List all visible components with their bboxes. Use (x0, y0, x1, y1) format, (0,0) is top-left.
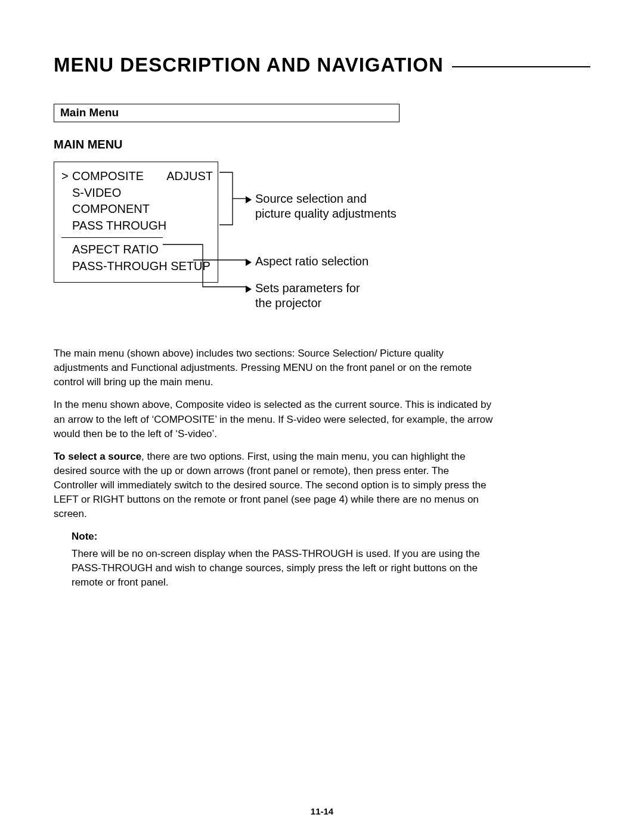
note-body: There will be no on-screen display when … (72, 547, 483, 590)
menu-row: S-VIDEO (61, 185, 213, 202)
menu-caret (61, 185, 72, 202)
bold-lead: To select a source (54, 451, 141, 462)
chapter-title: MENU DESCRIPTION AND NAVIGATION (54, 54, 444, 76)
menu-row: PASS THROUGH (61, 218, 213, 234)
paragraph: The main menu (shown above) includes two… (54, 346, 495, 389)
menu-row: ASPECT RATIO (61, 241, 213, 258)
chapter-rule (452, 66, 590, 67)
menu-item-composite: COMPOSITE (72, 168, 160, 185)
menu-caret (61, 218, 72, 234)
menu-item-component: COMPONENT (72, 201, 213, 218)
menu-item-passthrough-setup: PASS-THROUGH SETUP (72, 258, 213, 275)
arrow-icon (246, 259, 252, 266)
menu-row: PASS-THROUGH SETUP (61, 258, 213, 275)
callout-source-selection: Source selection and picture quality adj… (246, 191, 397, 221)
body-text: The main menu (shown above) includes two… (54, 346, 495, 590)
menu-item-adjust: ADJUST (160, 168, 213, 185)
menu-item-svideo: S-VIDEO (72, 185, 213, 202)
callout-parameters: Sets parameters for the projector (246, 281, 360, 311)
menu-divider (61, 237, 163, 238)
paragraph: In the menu shown above, Composite video… (54, 398, 495, 441)
menu-diagram: MAIN MENU > COMPOSITE ADJUST S-VIDEO COM… (54, 138, 525, 323)
menu-item-passthrough: PASS THROUGH (72, 218, 213, 234)
menu-box: > COMPOSITE ADJUST S-VIDEO COMPONENT PAS… (54, 162, 218, 283)
menu-item-aspect-ratio: ASPECT RATIO (72, 241, 213, 258)
arrow-icon (246, 286, 252, 293)
arrow-icon (246, 196, 252, 203)
callout-aspect-ratio: Aspect ratio selection (246, 254, 369, 269)
page-number: 11-14 (0, 806, 644, 816)
menu-row: > COMPOSITE ADJUST (61, 168, 213, 185)
note-block: Note: There will be no on-screen display… (54, 529, 483, 590)
note-label: Note: (72, 529, 483, 544)
paragraph: To select a source, there are two option… (54, 450, 495, 522)
menu-title: MAIN MENU (54, 138, 123, 151)
menu-row: COMPONENT (61, 201, 213, 218)
menu-caret: > (61, 168, 72, 185)
menu-caret (61, 201, 72, 218)
section-box: Main Menu (54, 104, 400, 122)
chapter-heading: MENU DESCRIPTION AND NAVIGATION (54, 54, 590, 76)
